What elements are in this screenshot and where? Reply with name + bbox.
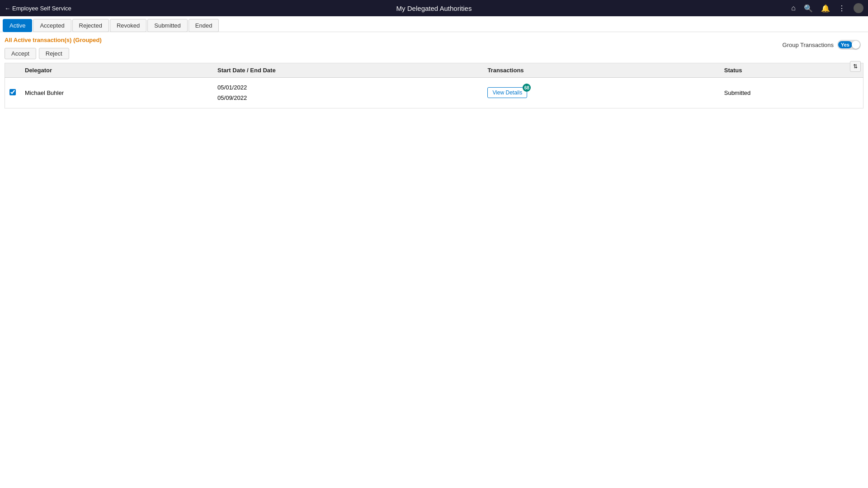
tab-rejected[interactable]: Rejected — [72, 19, 109, 32]
tab-ended[interactable]: Ended — [189, 19, 219, 32]
tabbar-wrapper: Active Accepted Rejected Revoked Submitt… — [0, 16, 868, 32]
back-arrow-icon: ← — [5, 5, 10, 12]
reject-button[interactable]: Reject — [39, 48, 69, 59]
back-button[interactable]: ← Employee Self Service — [5, 5, 71, 12]
start-date: 05/01/2022 — [217, 82, 478, 93]
user-avatar-icon[interactable] — [854, 3, 863, 13]
col-dates: Start Date / End Date — [213, 63, 483, 78]
tab-submitted[interactable]: Submitted — [147, 19, 188, 32]
dates-cell: 05/01/2022 05/09/2022 — [213, 78, 483, 108]
table-row: Michael Buhler 05/01/2022 05/09/2022 Vie… — [5, 78, 863, 108]
back-label: Employee Self Service — [12, 5, 71, 12]
transactions-cell: View Details 68 — [483, 78, 719, 108]
search-icon[interactable]: 🔍 — [804, 4, 813, 13]
delegations-table: Delegator Start Date / End Date Transact… — [5, 63, 863, 108]
table-header-row: Delegator Start Date / End Date Transact… — [5, 63, 863, 78]
tab-active[interactable]: Active — [3, 19, 32, 32]
sort-icon[interactable]: ⇅ — [850, 61, 861, 72]
notification-icon[interactable]: 🔔 — [821, 4, 830, 13]
table-wrapper: Delegator Start Date / End Date Transact… — [5, 63, 863, 108]
view-details-wrapper: View Details 68 — [487, 87, 527, 98]
status-badge: Submitted — [724, 89, 751, 96]
accept-button[interactable]: Accept — [5, 48, 36, 59]
delegator-cell: Michael Buhler — [20, 78, 213, 108]
home-icon[interactable]: ⌂ — [791, 4, 796, 12]
tabbar: Active Accepted Rejected Revoked Submitt… — [0, 16, 868, 32]
end-date: 05/09/2022 — [217, 93, 478, 103]
delegator-name: Michael Buhler — [25, 89, 64, 96]
transaction-badge: 68 — [523, 84, 531, 92]
col-status: Status — [720, 63, 863, 78]
col-transactions: Transactions — [483, 63, 719, 78]
status-cell: Submitted — [720, 78, 863, 108]
page-title: My Delegated Authorities — [396, 5, 472, 12]
section-title: All Active transaction(s) (Grouped) — [5, 37, 863, 43]
view-details-button[interactable]: View Details — [487, 87, 527, 98]
more-options-icon[interactable]: ⋮ — [838, 4, 845, 13]
action-buttons: Accept Reject — [5, 48, 863, 59]
topbar-icons: ⌂ 🔍 🔔 ⋮ — [791, 3, 863, 13]
row-checkbox-cell[interactable] — [5, 78, 21, 108]
row-checkbox[interactable] — [9, 89, 16, 95]
topbar: ← Employee Self Service My Delegated Aut… — [0, 0, 868, 16]
tab-revoked[interactable]: Revoked — [110, 19, 146, 32]
content-area: All Active transaction(s) (Grouped) Acce… — [0, 32, 868, 108]
col-delegator: Delegator — [20, 63, 213, 78]
col-checkbox — [5, 63, 21, 78]
tab-accepted[interactable]: Accepted — [33, 19, 71, 32]
